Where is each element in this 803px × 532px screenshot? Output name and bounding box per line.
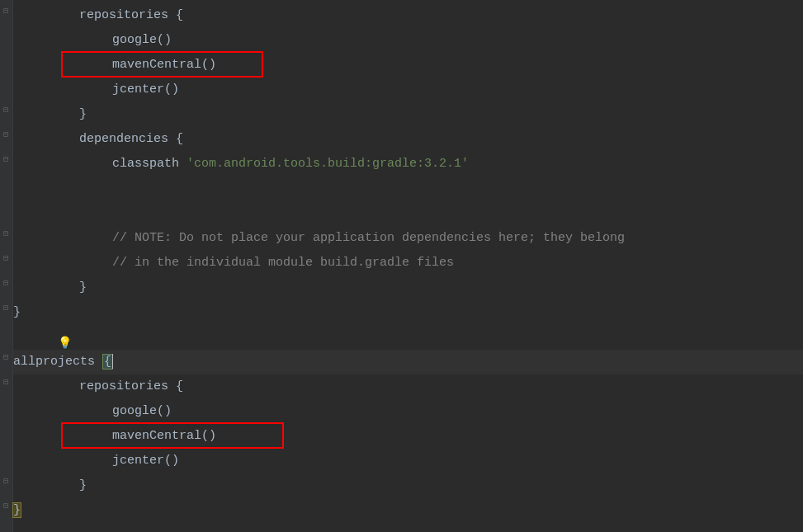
token: { bbox=[168, 132, 183, 146]
code-line-blank bbox=[13, 177, 803, 201]
code-line-blank: 💡 bbox=[13, 325, 803, 350]
code-line: jcenter() bbox=[13, 78, 803, 102]
fold-icon[interactable]: ⊟ bbox=[3, 231, 10, 238]
token: mavenCentral() bbox=[112, 429, 216, 443]
token-string: 'com.android.tools.build:gradle:3.2.1' bbox=[179, 157, 469, 171]
code-line-blank bbox=[13, 201, 803, 226]
token: classpath bbox=[112, 157, 179, 171]
token: google() bbox=[112, 33, 172, 47]
code-line: repositories { bbox=[13, 374, 803, 399]
fold-icon[interactable]: ⊟ bbox=[3, 478, 10, 485]
code-line: } bbox=[13, 473, 803, 498]
token: jcenter() bbox=[112, 454, 179, 468]
fold-icon[interactable]: ⊟ bbox=[3, 355, 10, 361]
token: repositories bbox=[79, 8, 168, 22]
text-caret bbox=[112, 354, 113, 369]
code-line: // NOTE: Do not place your application d… bbox=[13, 226, 803, 251]
token: dependencies bbox=[79, 132, 168, 146]
code-line-current: allprojects { bbox=[13, 350, 803, 374]
token: jcenter() bbox=[112, 82, 179, 97]
token: google() bbox=[112, 404, 172, 418]
code-line: classpath 'com.android.tools.build:gradl… bbox=[13, 152, 803, 177]
fold-icon[interactable]: ⊟ bbox=[3, 132, 10, 139]
fold-icon[interactable]: ⊟ bbox=[3, 157, 10, 163]
code-line: mavenCentral() bbox=[13, 53, 803, 78]
token: } bbox=[79, 280, 87, 294]
token: mavenCentral() bbox=[112, 58, 216, 72]
code-line: } bbox=[13, 300, 803, 325]
fold-icon[interactable]: ⊟ bbox=[3, 379, 10, 386]
code-line: jcenter() bbox=[13, 449, 803, 473]
code-line: google() bbox=[13, 28, 803, 53]
code-line: } bbox=[13, 498, 803, 523]
fold-icon[interactable]: ⊟ bbox=[3, 8, 10, 15]
intention-bulb-icon[interactable]: 💡 bbox=[58, 331, 71, 344]
code-area[interactable]: repositories { google() mavenCentral() j… bbox=[13, 0, 803, 532]
code-line: repositories { bbox=[13, 3, 803, 28]
fold-icon[interactable]: ⊟ bbox=[3, 256, 10, 262]
brace-highlight: } bbox=[13, 503, 21, 517]
gutter: ⊟ ⊟ ⊟ ⊟ ⊟ ⊟ ⊟ ⊟ ⊟ ⊟ ⊟ ⊟ bbox=[0, 0, 13, 532]
fold-icon[interactable]: ⊟ bbox=[3, 305, 10, 312]
code-line: // in the individual module build.gradle… bbox=[13, 251, 803, 275]
token: } bbox=[79, 107, 87, 121]
token: } bbox=[79, 478, 87, 492]
fold-icon[interactable]: ⊟ bbox=[3, 280, 10, 287]
token-comment: // NOTE: Do not place your application d… bbox=[112, 231, 625, 245]
code-line: google() bbox=[13, 399, 803, 424]
code-line: } bbox=[13, 102, 803, 127]
token: repositories bbox=[79, 379, 168, 393]
code-editor[interactable]: ⊟ ⊟ ⊟ ⊟ ⊟ ⊟ ⊟ ⊟ ⊟ ⊟ ⊟ ⊟ repositories { g… bbox=[0, 0, 803, 532]
fold-icon[interactable]: ⊟ bbox=[3, 503, 10, 510]
token: { bbox=[168, 8, 183, 22]
token: allprojects bbox=[13, 355, 95, 369]
token: } bbox=[13, 305, 21, 319]
code-line: mavenCentral() bbox=[13, 424, 803, 449]
fold-icon[interactable]: ⊟ bbox=[3, 107, 10, 114]
code-line: } bbox=[13, 275, 803, 300]
token-comment: // in the individual module build.gradle… bbox=[112, 256, 454, 270]
code-line: dependencies { bbox=[13, 127, 803, 152]
token: { bbox=[168, 379, 183, 393]
